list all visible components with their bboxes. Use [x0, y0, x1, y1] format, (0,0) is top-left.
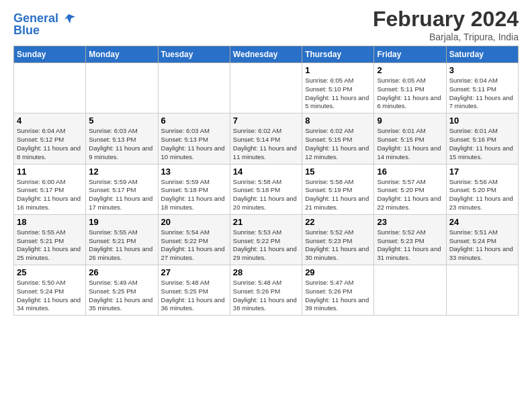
calendar-cell: 28Sunrise: 5:48 AMSunset: 5:26 PMDayligh…: [230, 265, 302, 316]
day-number: 26: [89, 267, 154, 277]
calendar-cell: 12Sunrise: 5:59 AMSunset: 5:17 PMDayligh…: [86, 164, 158, 214]
day-number: 17: [449, 167, 515, 177]
day-info: Sunrise: 5:59 AMSunset: 5:17 PMDaylight:…: [89, 178, 154, 212]
calendar-cell: 18Sunrise: 5:55 AMSunset: 5:21 PMDayligh…: [14, 214, 86, 265]
day-info: Sunrise: 5:58 AMSunset: 5:19 PMDaylight:…: [305, 178, 371, 212]
calendar-cell: 13Sunrise: 5:59 AMSunset: 5:18 PMDayligh…: [158, 164, 230, 214]
calendar-cell: [374, 265, 446, 316]
day-number: 16: [377, 167, 443, 177]
day-info: Sunrise: 5:59 AMSunset: 5:18 PMDaylight:…: [161, 178, 227, 212]
day-number: 19: [89, 217, 154, 227]
day-number: 20: [161, 217, 227, 227]
day-number: 21: [233, 217, 299, 227]
day-number: 2: [377, 65, 443, 75]
day-info: Sunrise: 6:03 AMSunset: 5:13 PMDaylight:…: [161, 127, 227, 161]
day-info: Sunrise: 5:48 AMSunset: 5:26 PMDaylight:…: [233, 279, 299, 313]
calendar-cell: 17Sunrise: 5:56 AMSunset: 5:20 PMDayligh…: [446, 164, 518, 214]
title-block: February 2024 Barjala, Tripura, India: [373, 7, 519, 42]
day-info: Sunrise: 5:56 AMSunset: 5:20 PMDaylight:…: [449, 178, 515, 212]
day-number: 10: [449, 116, 515, 126]
calendar-cell: [446, 265, 518, 316]
calendar-cell: 29Sunrise: 5:47 AMSunset: 5:26 PMDayligh…: [302, 265, 374, 316]
weekday-header-tuesday: Tuesday: [158, 46, 230, 63]
day-number: 13: [161, 167, 227, 177]
calendar-cell: 20Sunrise: 5:54 AMSunset: 5:22 PMDayligh…: [158, 214, 230, 265]
month-year-title: February 2024: [373, 7, 519, 32]
day-number: 11: [17, 167, 83, 177]
day-info: Sunrise: 5:53 AMSunset: 5:22 PMDaylight:…: [233, 228, 299, 263]
day-info: Sunrise: 5:55 AMSunset: 5:21 PMDaylight:…: [89, 228, 154, 263]
day-info: Sunrise: 6:02 AMSunset: 5:15 PMDaylight:…: [305, 127, 371, 161]
day-number: 15: [305, 167, 371, 177]
calendar-cell: 16Sunrise: 5:57 AMSunset: 5:20 PMDayligh…: [374, 164, 446, 214]
day-info: Sunrise: 5:49 AMSunset: 5:25 PMDaylight:…: [89, 279, 154, 313]
calendar-cell: [158, 63, 230, 113]
logo-bird-icon: [63, 11, 78, 26]
day-number: 23: [377, 217, 443, 227]
calendar-cell: 7Sunrise: 6:02 AMSunset: 5:14 PMDaylight…: [230, 113, 302, 164]
day-info: Sunrise: 6:02 AMSunset: 5:14 PMDaylight:…: [233, 127, 299, 161]
day-number: 14: [233, 167, 299, 177]
day-number: 3: [449, 65, 515, 75]
day-info: Sunrise: 6:04 AMSunset: 5:12 PMDaylight:…: [17, 127, 83, 161]
weekday-header-monday: Monday: [86, 46, 158, 63]
calendar-cell: 25Sunrise: 5:50 AMSunset: 5:24 PMDayligh…: [14, 265, 86, 316]
day-info: Sunrise: 5:47 AMSunset: 5:26 PMDaylight:…: [305, 279, 371, 313]
calendar-cell: 21Sunrise: 5:53 AMSunset: 5:22 PMDayligh…: [230, 214, 302, 265]
calendar-cell: 22Sunrise: 5:52 AMSunset: 5:23 PMDayligh…: [302, 214, 374, 265]
day-number: 25: [17, 267, 83, 277]
day-info: Sunrise: 6:03 AMSunset: 5:13 PMDaylight:…: [89, 127, 154, 161]
day-info: Sunrise: 5:48 AMSunset: 5:25 PMDaylight:…: [161, 279, 227, 313]
day-number: 12: [89, 167, 154, 177]
day-info: Sunrise: 5:51 AMSunset: 5:24 PMDaylight:…: [449, 228, 515, 263]
day-number: 18: [17, 217, 83, 227]
day-number: 7: [233, 116, 299, 126]
calendar-cell: 4Sunrise: 6:04 AMSunset: 5:12 PMDaylight…: [14, 113, 86, 164]
calendar-wrapper: SundayMondayTuesdayWednesdayThursdayFrid…: [0, 46, 532, 322]
day-info: Sunrise: 6:05 AMSunset: 5:11 PMDaylight:…: [377, 77, 443, 111]
day-info: Sunrise: 6:05 AMSunset: 5:10 PMDaylight:…: [305, 77, 371, 111]
calendar-cell: 6Sunrise: 6:03 AMSunset: 5:13 PMDaylight…: [158, 113, 230, 164]
calendar-cell: 9Sunrise: 6:01 AMSunset: 5:15 PMDaylight…: [374, 113, 446, 164]
day-number: 8: [305, 116, 371, 126]
weekday-header-saturday: Saturday: [446, 46, 518, 63]
calendar-cell: [86, 63, 158, 113]
calendar-cell: 5Sunrise: 6:03 AMSunset: 5:13 PMDaylight…: [86, 113, 158, 164]
logo: General Blue: [13, 11, 78, 38]
day-number: 4: [17, 116, 83, 126]
day-info: Sunrise: 6:01 AMSunset: 5:16 PMDaylight:…: [449, 127, 515, 161]
day-info: Sunrise: 5:58 AMSunset: 5:18 PMDaylight:…: [233, 178, 299, 212]
calendar-cell: 15Sunrise: 5:58 AMSunset: 5:19 PMDayligh…: [302, 164, 374, 214]
day-info: Sunrise: 5:57 AMSunset: 5:20 PMDaylight:…: [377, 178, 443, 212]
day-info: Sunrise: 6:01 AMSunset: 5:15 PMDaylight:…: [377, 127, 443, 161]
svg-marker-0: [64, 14, 75, 24]
calendar-cell: 19Sunrise: 5:55 AMSunset: 5:21 PMDayligh…: [86, 214, 158, 265]
calendar-cell: [230, 63, 302, 113]
calendar-cell: [14, 63, 86, 113]
calendar-cell: 1Sunrise: 6:05 AMSunset: 5:10 PMDaylight…: [302, 63, 374, 113]
day-number: 6: [161, 116, 227, 126]
day-number: 1: [305, 65, 371, 75]
calendar-cell: 27Sunrise: 5:48 AMSunset: 5:25 PMDayligh…: [158, 265, 230, 316]
weekday-header-sunday: Sunday: [14, 46, 86, 63]
weekday-header-friday: Friday: [374, 46, 446, 63]
calendar-table: SundayMondayTuesdayWednesdayThursdayFrid…: [13, 46, 519, 316]
location-subtitle: Barjala, Tripura, India: [373, 32, 519, 42]
calendar-cell: 26Sunrise: 5:49 AMSunset: 5:25 PMDayligh…: [86, 265, 158, 316]
day-info: Sunrise: 5:55 AMSunset: 5:21 PMDaylight:…: [17, 228, 83, 263]
calendar-cell: 24Sunrise: 5:51 AMSunset: 5:24 PMDayligh…: [446, 214, 518, 265]
day-number: 27: [161, 267, 227, 277]
day-number: 28: [233, 267, 299, 277]
calendar-cell: 11Sunrise: 6:00 AMSunset: 5:17 PMDayligh…: [14, 164, 86, 214]
day-info: Sunrise: 5:52 AMSunset: 5:23 PMDaylight:…: [305, 228, 371, 263]
calendar-cell: 14Sunrise: 5:58 AMSunset: 5:18 PMDayligh…: [230, 164, 302, 214]
weekday-header-thursday: Thursday: [302, 46, 374, 63]
calendar-cell: 10Sunrise: 6:01 AMSunset: 5:16 PMDayligh…: [446, 113, 518, 164]
day-info: Sunrise: 5:52 AMSunset: 5:23 PMDaylight:…: [377, 228, 443, 263]
calendar-cell: 8Sunrise: 6:02 AMSunset: 5:15 PMDaylight…: [302, 113, 374, 164]
day-number: 5: [89, 116, 154, 126]
weekday-header-wednesday: Wednesday: [230, 46, 302, 63]
day-number: 22: [305, 217, 371, 227]
calendar-cell: 3Sunrise: 6:04 AMSunset: 5:11 PMDaylight…: [446, 63, 518, 113]
day-info: Sunrise: 5:54 AMSunset: 5:22 PMDaylight:…: [161, 228, 227, 263]
